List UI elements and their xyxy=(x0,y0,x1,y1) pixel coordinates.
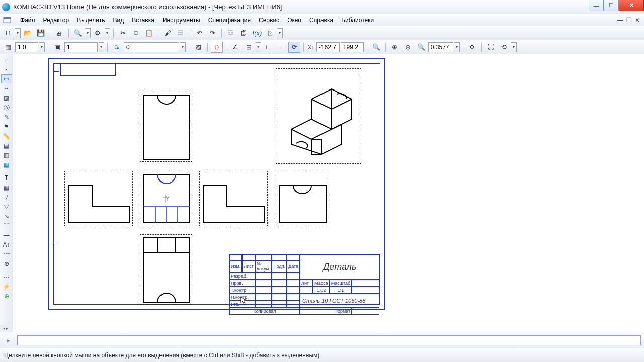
title-block[interactable]: Деталь Изм.Лист№ докум.Подп.Дата Разраб.… xyxy=(229,254,380,304)
menu-service[interactable]: Сервис xyxy=(255,15,283,25)
linewidth-dropdown[interactable]: ▾ xyxy=(39,42,45,52)
spec-tool[interactable]: ▤ xyxy=(1,141,12,150)
paste-button[interactable]: 📋 xyxy=(143,28,155,39)
grid-snap-button[interactable]: ⊞ xyxy=(243,42,255,53)
select-tool[interactable]: ▭ xyxy=(1,74,12,83)
menu-help[interactable]: Справка xyxy=(305,15,337,25)
attributes-button[interactable]: ⚙ xyxy=(92,28,104,39)
new-dropdown[interactable]: ▾ xyxy=(15,28,21,38)
new-button[interactable]: 🗋 xyxy=(2,28,14,39)
variables-button[interactable]: 🗐 xyxy=(238,28,250,39)
save-button[interactable]: 💾 xyxy=(35,28,47,39)
style-combo[interactable] xyxy=(124,42,179,52)
ortho-angle-button[interactable]: ∠ xyxy=(229,42,242,53)
view-3[interactable] xyxy=(199,171,268,226)
panel-tabs[interactable]: ◂ ▸ xyxy=(0,325,11,332)
centerline-tool[interactable]: ⊕ xyxy=(1,259,12,268)
minimize-button[interactable]: — xyxy=(589,0,604,11)
grid-button[interactable]: ▦ xyxy=(2,42,14,53)
fx-button[interactable]: f(x) xyxy=(251,28,263,39)
redo-button[interactable]: ↷ xyxy=(206,28,218,39)
menu-view[interactable]: Вид xyxy=(109,15,128,25)
view-bottom[interactable] xyxy=(140,234,192,305)
snap-toggle-button[interactable]: ⬯ xyxy=(211,42,223,53)
pan-button[interactable]: ✥ xyxy=(466,42,478,53)
base-tool[interactable]: ▽ xyxy=(1,202,12,211)
coord-y-input[interactable] xyxy=(341,42,364,52)
arc-tool[interactable]: ⌒ xyxy=(1,221,12,230)
reports-tool[interactable]: ▥ xyxy=(1,151,12,160)
wavy-tool[interactable]: 〰 xyxy=(1,250,12,259)
menu-file[interactable]: Файл xyxy=(16,15,39,25)
zoom-input[interactable] xyxy=(428,42,453,52)
view-1[interactable] xyxy=(64,171,133,226)
app-menu-icon[interactable] xyxy=(3,16,12,24)
menu-select[interactable]: Выделить xyxy=(73,15,109,25)
cond-tool[interactable]: ⋯ xyxy=(1,273,12,282)
menu-libs[interactable]: Библиотеки xyxy=(337,15,378,25)
layer-dropdown[interactable]: ▾ xyxy=(99,42,104,52)
hatch-tool[interactable]: ▨ xyxy=(1,94,12,103)
cut-button[interactable]: ✂ xyxy=(117,28,129,39)
layer-combo[interactable] xyxy=(64,42,98,52)
zoom-out-button[interactable]: ⊖ xyxy=(402,42,414,53)
menu-spec[interactable]: Спецификация xyxy=(204,15,255,25)
leader-tool[interactable]: ↘ xyxy=(1,212,12,221)
roughness-tool[interactable]: √ xyxy=(1,193,12,202)
copy-button[interactable]: ⧉ xyxy=(130,28,142,39)
add-tool[interactable]: ⊕ xyxy=(1,292,12,301)
measure-tool[interactable]: 📏 xyxy=(1,132,12,141)
view-isometric[interactable] xyxy=(276,68,361,164)
refresh-button[interactable]: ⟲ xyxy=(498,42,510,53)
macro-tool[interactable]: ⚡ xyxy=(1,282,12,291)
open-button[interactable]: 📂 xyxy=(22,28,34,39)
fit-button[interactable]: ⛶ xyxy=(485,42,497,53)
views-tool[interactable]: ▦ xyxy=(1,160,12,169)
style-dropdown[interactable]: ▾ xyxy=(180,42,186,52)
line-tool[interactable]: ― xyxy=(1,231,12,240)
menu-insert[interactable]: Вставка xyxy=(128,15,158,25)
drawing-canvas[interactable]: Y xyxy=(13,54,644,332)
local-cs-button[interactable]: ∟ xyxy=(262,42,274,53)
property-input[interactable] xyxy=(17,335,641,345)
preview-dropdown[interactable]: ▾ xyxy=(85,28,91,38)
stop-button[interactable]: ▨ xyxy=(192,42,204,53)
zoom-dropdown[interactable]: ▾ xyxy=(454,42,460,52)
designation-tool[interactable]: Ⓐ xyxy=(1,103,12,112)
auto-axis-tool[interactable]: A↕ xyxy=(1,240,12,249)
preview-button[interactable]: 🔍 xyxy=(72,28,84,39)
attributes-dropdown[interactable]: ▾ xyxy=(105,28,110,38)
edit-tool[interactable]: ✎ xyxy=(1,113,12,122)
menu-editor[interactable]: Редактор xyxy=(39,15,73,25)
round-button[interactable]: ⟳ xyxy=(288,42,300,53)
menu-tools[interactable]: Инструменты xyxy=(158,15,204,25)
whats-this-button[interactable]: ⍰ xyxy=(264,28,276,39)
zoom-window-button[interactable]: 🔍 xyxy=(370,42,382,53)
point-tool[interactable]: · xyxy=(1,65,12,74)
view-4[interactable] xyxy=(275,171,330,226)
params-tool[interactable]: ⚑ xyxy=(1,122,12,131)
grid-snap-dropdown[interactable]: ▾ xyxy=(256,42,261,52)
format-painter-button[interactable]: 🖌 xyxy=(162,28,174,39)
close-button[interactable]: ✕ xyxy=(619,0,644,11)
menu-window[interactable]: Окно xyxy=(283,15,305,25)
undo-button[interactable]: ↶ xyxy=(193,28,205,39)
dimension-tool[interactable]: ↔ xyxy=(1,84,12,93)
coord-x-input[interactable] xyxy=(316,42,340,52)
text-tool[interactable]: T xyxy=(1,173,12,183)
current-view-button[interactable]: ▣ xyxy=(51,42,63,53)
table-tool[interactable]: ▦ xyxy=(1,183,12,192)
child-minimize-icon[interactable]: — xyxy=(617,17,623,24)
linewidth-combo[interactable] xyxy=(15,42,38,52)
child-close-icon[interactable]: ✕ xyxy=(635,17,640,24)
geometry-tool[interactable]: ⟋ xyxy=(1,55,12,64)
toolbar2-overflow[interactable]: ▾ xyxy=(511,42,517,52)
manager-button[interactable]: ☲ xyxy=(225,28,237,39)
print-button[interactable]: 🖨 xyxy=(53,28,65,39)
view-top[interactable] xyxy=(140,92,192,162)
child-restore-icon[interactable]: ❐ xyxy=(626,17,632,24)
layers-button[interactable]: ≋ xyxy=(111,42,123,53)
ortho-button[interactable]: ⌐ xyxy=(275,42,287,53)
properties-button[interactable]: ☰ xyxy=(175,28,187,39)
toolbar-overflow[interactable]: ▾ xyxy=(277,28,283,38)
